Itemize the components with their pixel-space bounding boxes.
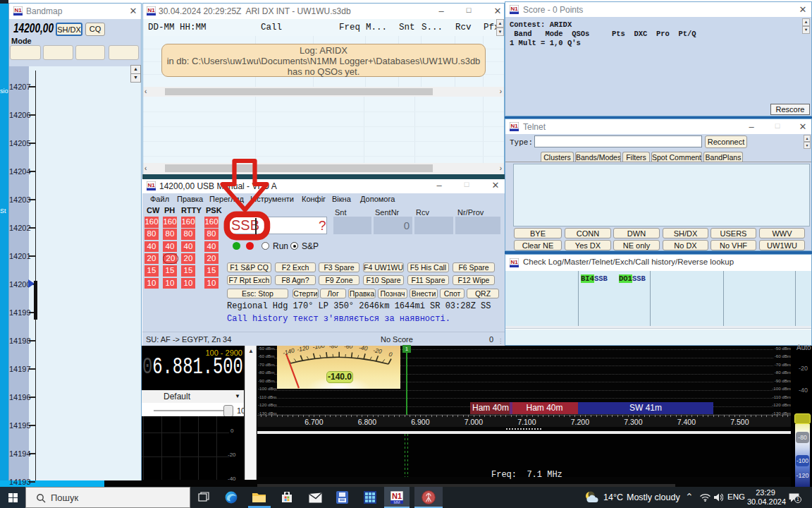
svg-text:-120: -120 <box>296 346 309 353</box>
svg-text:-80: -80 <box>328 346 338 350</box>
svg-text:N1: N1 <box>510 6 518 12</box>
svg-text:0: 0 <box>388 351 393 358</box>
svg-text:-20: -20 <box>373 346 383 355</box>
svg-text:-100: -100 <box>312 346 326 351</box>
svg-text:N1: N1 <box>14 7 22 13</box>
svg-text:N1: N1 <box>392 492 402 500</box>
svg-text:-40: -40 <box>359 346 369 352</box>
svg-text:N1: N1 <box>510 259 518 265</box>
svg-text:MM: MM <box>393 500 400 504</box>
svg-text:-60: -60 <box>344 346 353 350</box>
svg-text:N1: N1 <box>147 182 155 188</box>
svg-text:N1: N1 <box>147 7 155 13</box>
svg-text:N1: N1 <box>510 123 518 129</box>
svg-text:-140: -140 <box>282 346 295 356</box>
